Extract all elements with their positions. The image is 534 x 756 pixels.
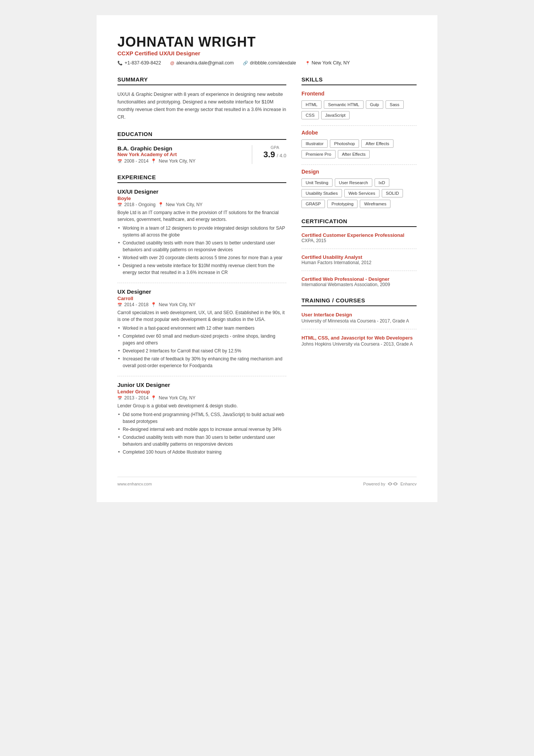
calendar-icon: 📅 bbox=[117, 159, 122, 163]
enhancv-logo-icon bbox=[387, 481, 398, 487]
skill-after-effects-2: After Effects bbox=[338, 150, 370, 158]
edu-location-icon: 📍 bbox=[151, 158, 156, 164]
bullet-2-2: Completed over 60 small and medium-sized… bbox=[117, 333, 286, 346]
cal-icon-2: 📅 bbox=[117, 303, 122, 307]
training-title-1: User Interface Design bbox=[301, 311, 417, 318]
design-title: Design bbox=[301, 169, 417, 175]
skills-frontend: Frontend HTML Semantic HTML Gulp Sass CS… bbox=[301, 91, 417, 119]
phone-value: +1-837-639-8422 bbox=[125, 60, 161, 66]
candidate-name: JOHNATAN WRIGHT bbox=[117, 34, 417, 50]
cert-sep-1 bbox=[301, 249, 417, 249]
cert-sep-2 bbox=[301, 271, 417, 271]
adobe-title: Adobe bbox=[301, 130, 417, 136]
header-section: JOHNATAN WRIGHT CCXP Certified UX/UI Des… bbox=[117, 34, 417, 66]
skill-web-services: Web Services bbox=[344, 189, 379, 197]
skills-design: Design Unit Testing User Research IxD Us… bbox=[301, 169, 417, 208]
job-years-1: 2018 - Ongoing bbox=[124, 202, 156, 207]
bullet-3-3: Conducted usability tests with more than… bbox=[117, 434, 286, 448]
cert-1: Certified Customer Experience Profession… bbox=[301, 232, 417, 243]
skill-photoshop: Photoshop bbox=[330, 139, 359, 148]
job-boyle: UX/UI Designer Boyle 📅 2018 - Ongoing 📍 … bbox=[117, 188, 286, 276]
job-company-3: Lender Group bbox=[117, 389, 286, 394]
skill-gulp: Gulp bbox=[366, 100, 383, 109]
powered-by-text: Powered by bbox=[363, 482, 385, 486]
skill-js: JavaScript bbox=[321, 111, 350, 119]
frontend-title: Frontend bbox=[301, 91, 417, 97]
skills-sep-1 bbox=[301, 125, 417, 126]
job-title-1: UX/UI Designer bbox=[117, 188, 286, 195]
gpa-value: 3.9 bbox=[264, 150, 275, 159]
certification-heading: CERTIFICATION bbox=[301, 218, 417, 227]
email-contact: @ alexandra.dale@gmail.com bbox=[170, 60, 234, 66]
edu-school: New York Academy of Art bbox=[117, 152, 248, 157]
left-column: SUMMARY UX/UI & Graphic Designer with 8 … bbox=[117, 76, 286, 465]
job-years-2: 2014 - 2018 bbox=[124, 302, 148, 307]
skill-wireframes: Wireframes bbox=[360, 200, 390, 208]
training-heading: TRAINING / COURSES bbox=[301, 297, 417, 306]
bullet-1-4: Designed a new website interface for $10… bbox=[117, 262, 286, 276]
job-lender: Junior UX Designer Lender Group 📅 2013 -… bbox=[117, 382, 286, 455]
edu-location: New York City, NY bbox=[159, 158, 195, 164]
exp-separator-1 bbox=[117, 283, 286, 283]
job-carroll: UX Designer Carroll 📅 2014 - 2018 📍 New … bbox=[117, 288, 286, 369]
edu-divider bbox=[252, 145, 252, 164]
email-value: alexandra.dale@gmail.com bbox=[176, 60, 234, 66]
cert-title-3: Certified Web Professional - Designer bbox=[301, 276, 417, 282]
edu-years: 2008 - 2014 bbox=[124, 158, 148, 164]
skill-ixd: IxD bbox=[375, 178, 389, 187]
skill-illustrator: Illustrator bbox=[301, 139, 328, 148]
education-heading: EDUCATION bbox=[117, 131, 286, 140]
bullet-1-3: Worked with over 20 corporate clients ac… bbox=[117, 254, 286, 261]
job-bullets-1: Working in a team of 12 designers to pro… bbox=[117, 225, 286, 276]
training-1: User Interface Design University of Minn… bbox=[301, 311, 417, 324]
skill-css: CSS bbox=[301, 111, 319, 119]
training-2: HTML, CSS, and Javascript for Web Develo… bbox=[301, 335, 417, 347]
bullet-2-4: Increased the rate of feedback by 30% by… bbox=[117, 355, 286, 369]
contact-info: 📞 +1-837-639-8422 @ alexandra.dale@gmail… bbox=[117, 60, 417, 66]
skill-user-research: User Research bbox=[335, 178, 372, 187]
experience-section: EXPERIENCE UX/UI Designer Boyle 📅 2018 -… bbox=[117, 174, 286, 455]
job-meta-3: 📅 2013 - 2014 📍 New York City, NY bbox=[117, 395, 286, 401]
job-title-2: UX Designer bbox=[117, 288, 286, 295]
skill-html: HTML bbox=[301, 100, 322, 109]
job-desc-2: Carroll specializes in web development, … bbox=[117, 309, 286, 323]
footer-website: www.enhancv.com bbox=[117, 482, 152, 486]
candidate-title: CCXP Certified UX/UI Designer bbox=[117, 50, 417, 56]
website-value: dribbble.com/alexdale bbox=[250, 60, 296, 66]
location-contact: 📍 New York City, NY bbox=[305, 60, 350, 66]
bullet-1-2: Conducted usability tests with more than… bbox=[117, 239, 286, 253]
bullet-1-1: Working in a team of 12 designers to pro… bbox=[117, 225, 286, 238]
job-title-3: Junior UX Designer bbox=[117, 382, 286, 388]
cert-detail-3: International Webmasters Association, 20… bbox=[301, 282, 417, 287]
skills-section: SKILLS Frontend HTML Semantic HTML Gulp … bbox=[301, 76, 417, 208]
job-desc-1: Boyle Ltd is an IT company active in the… bbox=[117, 209, 286, 223]
skill-semantic-html: Semantic HTML bbox=[324, 100, 363, 109]
bullet-3-2: Re-designed internal web and mobile apps… bbox=[117, 426, 286, 433]
right-column: SKILLS Frontend HTML Semantic HTML Gulp … bbox=[301, 76, 417, 465]
education-gpa: GPA 3.9 / 4.0 bbox=[256, 145, 286, 160]
cert-3: Certified Web Professional - Designer In… bbox=[301, 276, 417, 287]
job-location-2: New York City, NY bbox=[159, 302, 195, 307]
skill-sass: Sass bbox=[386, 100, 404, 109]
summary-text: UX/UI & Graphic Designer with 8 years of… bbox=[117, 91, 286, 121]
phone-contact: 📞 +1-837-639-8422 bbox=[117, 60, 161, 66]
location-value: New York City, NY bbox=[312, 60, 350, 66]
bullet-2-1: Worked in a fast-paced environment with … bbox=[117, 325, 286, 332]
skills-heading: SKILLS bbox=[301, 76, 417, 85]
skills-sep-2 bbox=[301, 164, 417, 165]
education-section: EDUCATION B.A. Graphic Design New York A… bbox=[117, 131, 286, 164]
job-location-1: New York City, NY bbox=[166, 202, 203, 207]
summary-section: SUMMARY UX/UI & Graphic Designer with 8 … bbox=[117, 76, 286, 121]
skills-adobe: Adobe Illustrator Photoshop After Effect… bbox=[301, 130, 417, 158]
bullet-2-3: Developed 2 Interfaces for Carroll that … bbox=[117, 347, 286, 354]
job-loc-icon-1: 📍 bbox=[158, 202, 164, 207]
job-company-1: Boyle bbox=[117, 196, 286, 201]
design-tags: Unit Testing User Research IxD Usability… bbox=[301, 178, 417, 208]
job-loc-icon-2: 📍 bbox=[151, 302, 156, 307]
training-section: TRAINING / COURSES User Interface Design… bbox=[301, 297, 417, 347]
page-footer: www.enhancv.com Powered by Enhancv bbox=[117, 477, 417, 487]
exp-separator-2 bbox=[117, 376, 286, 376]
edu-meta: 📅 2008 - 2014 📍 New York City, NY bbox=[117, 158, 248, 164]
bullet-3-1: Did some front-end programming (HTML 5, … bbox=[117, 411, 286, 425]
training-detail-2: Johns Hopkins University via Coursera - … bbox=[301, 341, 417, 347]
